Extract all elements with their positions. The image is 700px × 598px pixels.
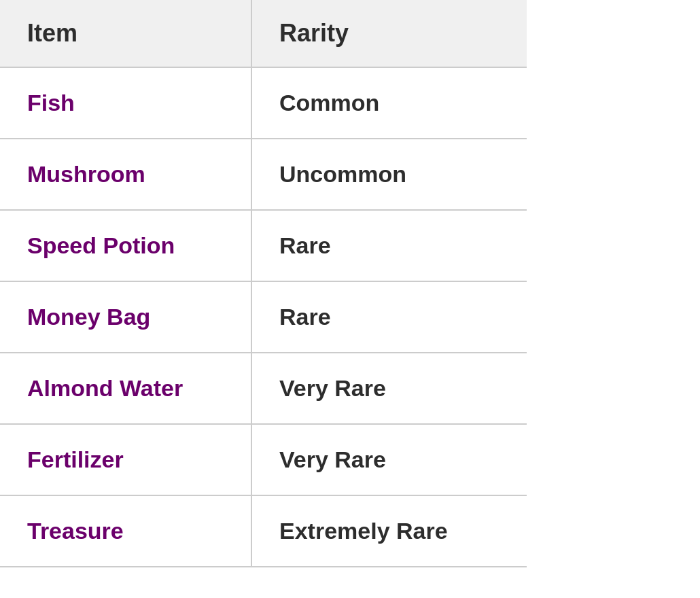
item-cell: Speed Potion (0, 210, 251, 281)
item-cell: Fertilizer (0, 424, 251, 495)
table-row: Almond WaterVery Rare (0, 353, 527, 424)
item-cell: Fish (0, 67, 251, 139)
items-table: Item Rarity FishCommonMushroomUncommonSp… (0, 0, 527, 567)
table-container: Item Rarity FishCommonMushroomUncommonSp… (0, 0, 700, 598)
item-cell: Treasure (0, 495, 251, 567)
table-row: Speed PotionRare (0, 210, 527, 281)
rarity-column-header: Rarity (251, 0, 527, 67)
table-row: FishCommon (0, 67, 527, 139)
item-cell: Money Bag (0, 281, 251, 353)
table-header-row: Item Rarity (0, 0, 527, 67)
item-column-header: Item (0, 0, 251, 67)
rarity-cell: Common (251, 67, 527, 139)
table-row: MushroomUncommon (0, 139, 527, 210)
rarity-cell: Extremely Rare (251, 495, 527, 567)
table-row: Money BagRare (0, 281, 527, 353)
rarity-cell: Rare (251, 210, 527, 281)
rarity-cell: Very Rare (251, 424, 527, 495)
item-cell: Almond Water (0, 353, 251, 424)
rarity-cell: Uncommon (251, 139, 527, 210)
rarity-cell: Very Rare (251, 353, 527, 424)
table-row: FertilizerVery Rare (0, 424, 527, 495)
rarity-cell: Rare (251, 281, 527, 353)
item-cell: Mushroom (0, 139, 251, 210)
table-row: TreasureExtremely Rare (0, 495, 527, 567)
